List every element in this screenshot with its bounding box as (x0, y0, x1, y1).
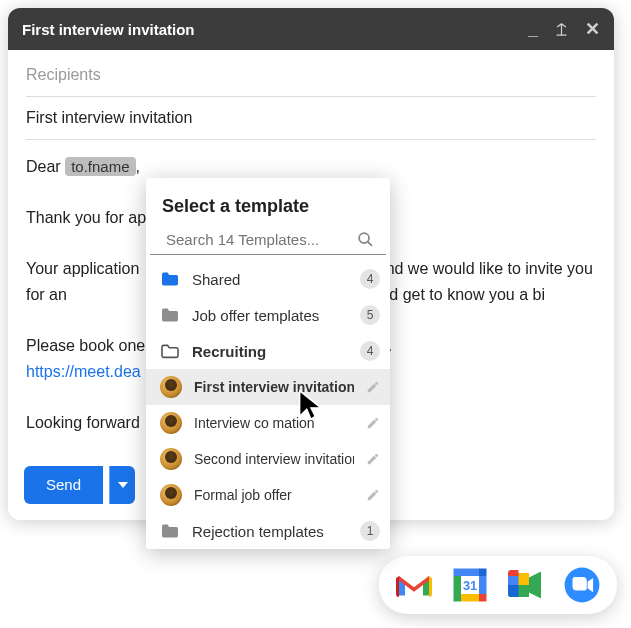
greeting-pre: Dear (26, 158, 65, 175)
app-dock: 31 (379, 556, 617, 614)
expand-icon[interactable] (554, 22, 569, 37)
avatar-icon (160, 448, 182, 470)
folder-icon (160, 305, 180, 325)
compose-fields: Recipients First interview invitation (8, 50, 614, 140)
subject-field[interactable]: First interview invitation (26, 97, 596, 140)
template-label: Second interview invitation (194, 451, 354, 467)
template-item-interview-conf[interactable]: Interview co mation (146, 405, 390, 441)
template-item-formal-offer[interactable]: Formal job offer (146, 477, 390, 513)
folder-label: Job offer templates (192, 307, 348, 324)
edit-icon[interactable] (366, 488, 380, 502)
folder-recruiting[interactable]: Recruiting 4 (146, 333, 390, 369)
gmail-icon[interactable] (395, 566, 433, 604)
edit-icon[interactable] (366, 380, 380, 394)
zoom-icon[interactable] (563, 566, 601, 604)
meet-icon[interactable] (507, 566, 545, 604)
svg-point-2 (359, 233, 369, 243)
folder-job-offer[interactable]: Job offer templates 5 (146, 297, 390, 333)
template-label: Formal job offer (194, 487, 354, 503)
folder-label: Rejection templates (192, 523, 348, 540)
template-label: First interview invitation (194, 379, 354, 395)
folder-count: 5 (360, 305, 380, 325)
svg-text:31: 31 (463, 578, 477, 593)
edit-icon[interactable] (366, 416, 380, 430)
folder-count: 1 (360, 521, 380, 541)
template-search-input[interactable] (166, 231, 357, 248)
folder-icon (160, 269, 180, 289)
template-popover: Select a template Shared 4 Job offer tem… (146, 178, 390, 549)
minimize-icon[interactable]: _ (528, 20, 538, 38)
send-options-button[interactable] (109, 466, 135, 504)
search-icon (357, 231, 374, 248)
avatar-icon (160, 484, 182, 506)
folder-label: Shared (192, 271, 348, 288)
calendar-app-icon[interactable]: 31 (451, 566, 489, 604)
popover-title: Select a template (146, 178, 390, 227)
folder-count: 4 (360, 269, 380, 289)
template-search[interactable] (150, 227, 386, 255)
folder-open-icon (160, 341, 180, 361)
avatar-icon (160, 412, 182, 434)
folder-icon (160, 521, 180, 541)
titlebar: First interview invitation _ ✕ (8, 8, 614, 50)
body-p2a: Your application (26, 260, 139, 277)
folder-rejection[interactable]: Rejection templates 1 (146, 513, 390, 549)
merge-chip[interactable]: to.fname (65, 157, 135, 176)
body-p4: Looking forward (26, 414, 140, 431)
body-p1: Thank you for ap (26, 209, 146, 226)
window-controls: _ ✕ (528, 20, 600, 38)
greeting-post: , (136, 158, 140, 175)
meeting-link[interactable]: https://meet.dea (26, 363, 141, 380)
template-item-second[interactable]: Second interview invitation (146, 441, 390, 477)
window-title: First interview invitation (22, 21, 195, 38)
body-p3a: Please book one (26, 337, 145, 354)
template-label: Interview co mation (194, 415, 354, 431)
template-item-first[interactable]: First interview invitation (146, 369, 390, 405)
folder-count: 4 (360, 341, 380, 361)
close-icon[interactable]: ✕ (585, 20, 600, 38)
send-button[interactable]: Send (24, 466, 103, 504)
folder-label: Recruiting (192, 343, 348, 360)
edit-icon[interactable] (366, 452, 380, 466)
avatar-icon (160, 376, 182, 398)
recipients-field[interactable]: Recipients (26, 54, 596, 97)
folder-shared[interactable]: Shared 4 (146, 261, 390, 297)
